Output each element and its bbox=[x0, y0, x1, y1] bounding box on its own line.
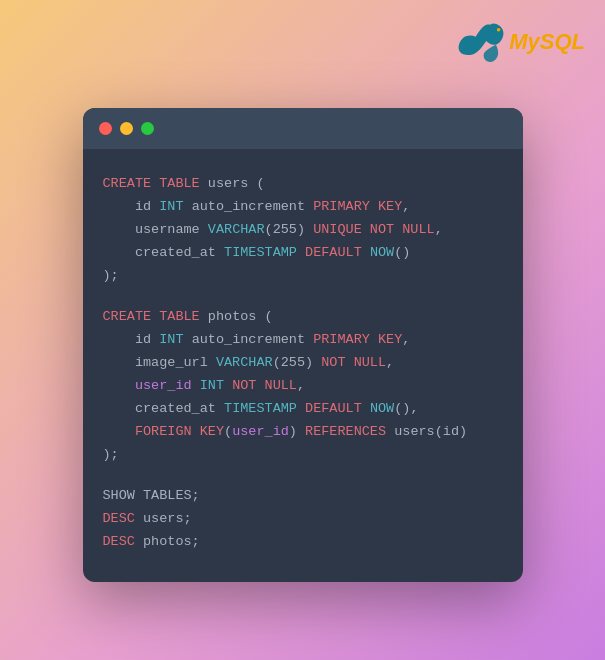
code-line-13: SHOW TABLES; bbox=[103, 485, 503, 508]
window-title-bar bbox=[83, 108, 523, 149]
blank-line-2 bbox=[103, 467, 503, 485]
code-content: CREATE TABLE users ( id INT auto_increme… bbox=[83, 149, 523, 581]
window-close-dot[interactable] bbox=[99, 122, 112, 135]
code-line-9: user_id INT NOT NULL, bbox=[103, 375, 503, 398]
code-line-14: DESC users; bbox=[103, 508, 503, 531]
code-line-7: id INT auto_increment PRIMARY KEY, bbox=[103, 329, 503, 352]
code-line-3: username VARCHAR(255) UNIQUE NOT NULL, bbox=[103, 219, 503, 242]
code-line-12: ); bbox=[103, 444, 503, 467]
code-line-11: FOREIGN KEY(user_id) REFERENCES users(id… bbox=[103, 421, 503, 444]
code-line-2: id INT auto_increment PRIMARY KEY, bbox=[103, 196, 503, 219]
code-line-10: created_at TIMESTAMP DEFAULT NOW(), bbox=[103, 398, 503, 421]
mysql-logo-text: MySQL bbox=[509, 29, 585, 55]
mysql-dolphin-icon bbox=[457, 20, 505, 64]
svg-point-0 bbox=[497, 28, 501, 32]
code-line-1: CREATE TABLE users ( bbox=[103, 173, 503, 196]
window-minimize-dot[interactable] bbox=[120, 122, 133, 135]
code-line-4: created_at TIMESTAMP DEFAULT NOW() bbox=[103, 242, 503, 265]
code-line-6: CREATE TABLE photos ( bbox=[103, 306, 503, 329]
mysql-logo: MySQL bbox=[457, 20, 585, 64]
code-line-8: image_url VARCHAR(255) NOT NULL, bbox=[103, 352, 503, 375]
code-line-5: ); bbox=[103, 265, 503, 288]
window-maximize-dot[interactable] bbox=[141, 122, 154, 135]
code-window: CREATE TABLE users ( id INT auto_increme… bbox=[83, 108, 523, 581]
blank-line-1 bbox=[103, 288, 503, 306]
code-line-15: DESC photos; bbox=[103, 531, 503, 554]
